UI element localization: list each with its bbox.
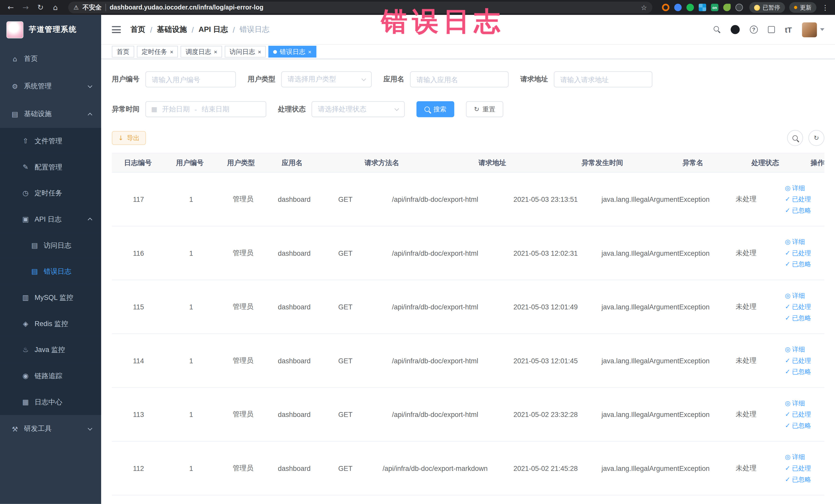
sidebar-item[interactable]: ▦ 日志中心: [0, 389, 101, 415]
processed-link-label: 已处理: [792, 248, 811, 258]
mark-processed-link[interactable]: ✓ 已处理: [785, 356, 811, 365]
date-range-picker[interactable]: ▦ 开始日期 - 结束日期: [145, 101, 266, 117]
close-icon[interactable]: ×: [214, 49, 217, 55]
update-label: 更新: [800, 3, 812, 11]
request-url-input[interactable]: [554, 72, 652, 87]
mark-processed-link[interactable]: ✓ 已处理: [785, 464, 811, 473]
mark-ignored-link[interactable]: ✓ 已忽略: [785, 314, 811, 322]
sidebar-item[interactable]: ▥ MySQL 监控: [0, 284, 101, 311]
extension-icon-dark[interactable]: [735, 4, 743, 11]
search-toggle-button[interactable]: [787, 130, 803, 146]
detail-link[interactable]: ◎ 详细: [785, 345, 805, 354]
sidebar-item[interactable]: ▤ 访问日志: [0, 233, 101, 259]
mark-ignored-link[interactable]: ✓ 已忽略: [785, 421, 811, 430]
app-name-input[interactable]: [410, 72, 509, 87]
close-icon[interactable]: ×: [308, 49, 311, 55]
close-icon[interactable]: ×: [258, 49, 261, 55]
mark-ignored-link[interactable]: ✓ 已忽略: [785, 475, 811, 484]
breadcrumb-item[interactable]: 首页: [130, 25, 145, 34]
search-icon: [792, 135, 798, 141]
mark-processed-link[interactable]: ✓ 已处理: [785, 248, 811, 258]
table-toolbar: ↓ 导出 ↻: [112, 130, 824, 146]
search-button[interactable]: 搜索: [416, 101, 454, 117]
extension-icon-blue[interactable]: [674, 4, 682, 11]
sidebar-item[interactable]: ✎ 配置管理: [0, 154, 101, 180]
user-type-select[interactable]: 请选择用户类型: [281, 72, 372, 87]
sidebar-item[interactable]: ⌂ 首页: [0, 45, 101, 73]
view-tab[interactable]: 调度日志 ×: [181, 46, 222, 58]
sidebar-item[interactable]: ◷ 定时任务: [0, 180, 101, 206]
sidebar-item[interactable]: ⚙ 系统管理: [0, 73, 101, 100]
close-icon[interactable]: ×: [170, 49, 173, 55]
cell-exception-time: 2021-05-03 23:13:51: [499, 173, 592, 226]
forward-button[interactable]: →: [20, 2, 31, 13]
detail-link[interactable]: ◎ 详细: [785, 184, 805, 193]
view-tab[interactable]: 定时任务 ×: [137, 46, 178, 58]
sidebar-item-label: API 日志: [35, 215, 62, 224]
tab-label: 错误日志: [280, 47, 305, 56]
extension-icon-green[interactable]: [686, 4, 694, 11]
sidebar-item[interactable]: ▤ 错误日志: [0, 258, 101, 284]
fullscreen-icon[interactable]: [768, 26, 775, 33]
sidebar-item[interactable]: ◈ Redis 监控: [0, 311, 101, 337]
emoji-icon: [754, 5, 760, 11]
bookmark-star-icon[interactable]: ☆: [641, 3, 647, 11]
status-select[interactable]: 请选择处理状态: [312, 101, 405, 117]
detail-link[interactable]: ◎ 详细: [785, 237, 805, 246]
home-button[interactable]: ⌂: [50, 2, 61, 13]
column-header: 异常发生时间: [539, 154, 666, 172]
mark-ignored-link[interactable]: ✓ 已忽略: [785, 260, 811, 268]
search-icon[interactable]: [714, 26, 720, 33]
detail-link[interactable]: ◎ 详细: [785, 291, 805, 300]
sidebar-item[interactable]: ♨ Java 监控: [0, 337, 101, 363]
url-text[interactable]: dashboard.yudao.iocoder.cn/infra/log/api…: [109, 4, 637, 11]
extension-icon-switch[interactable]: on: [711, 4, 718, 11]
detail-link[interactable]: ◎ 详细: [785, 399, 805, 408]
browser-menu-icon[interactable]: ⋮: [821, 3, 830, 11]
update-button[interactable]: 更新: [789, 2, 816, 13]
security-label[interactable]: 不安全: [82, 3, 102, 12]
mark-processed-link[interactable]: ✓ 已处理: [785, 302, 811, 311]
reload-button[interactable]: ↻: [35, 2, 46, 13]
detail-link-label: 详细: [792, 452, 805, 461]
mark-ignored-link[interactable]: ✓ 已忽略: [785, 206, 811, 215]
view-tab[interactable]: 访问日志 ×: [225, 46, 266, 58]
trace-icon: ◉: [21, 372, 30, 380]
view-tab[interactable]: 错误日志 ×: [268, 46, 316, 58]
paused-badge[interactable]: 已暂停: [749, 2, 785, 13]
sidebar-logo[interactable]: 芋道管理系统: [0, 15, 101, 45]
cell-user-id: 1: [165, 173, 217, 226]
back-button[interactable]: ←: [5, 2, 16, 13]
cell-request-method: GET: [320, 280, 371, 333]
sidebar-item[interactable]: ▤ 基础设施: [0, 100, 101, 128]
user-menu[interactable]: [802, 22, 824, 37]
mark-processed-link[interactable]: ✓ 已处理: [785, 195, 811, 204]
user-id-input[interactable]: [145, 72, 236, 87]
help-icon[interactable]: ?: [750, 26, 758, 34]
breadcrumb-item[interactable]: 基础设施: [157, 25, 187, 34]
refresh-button[interactable]: ↻: [808, 130, 824, 146]
github-icon[interactable]: [731, 25, 739, 34]
export-button[interactable]: ↓ 导出: [112, 131, 146, 145]
tab-label: 首页: [117, 47, 129, 56]
sidebar-item[interactable]: ▣ API 日志: [0, 206, 101, 233]
breadcrumb-item[interactable]: API 日志: [199, 25, 228, 34]
sidebar-item[interactable]: ⚒ 研发工具: [0, 415, 101, 443]
active-dot-icon: [273, 50, 277, 54]
breadcrumb-separator: /: [233, 25, 235, 34]
reset-button[interactable]: ↻ 重置: [466, 101, 503, 117]
view-tab[interactable]: 首页 ×: [112, 46, 134, 58]
sidebar-collapse-button[interactable]: [112, 26, 121, 33]
extension-icon-leaf[interactable]: [723, 4, 731, 11]
address-bar[interactable]: ⚠ 不安全 dashboard.yudao.iocoder.cn/infra/l…: [68, 2, 652, 13]
sidebar-item[interactable]: ⇧ 文件管理: [0, 128, 101, 154]
warning-icon: ⚠: [74, 4, 79, 11]
mark-processed-link[interactable]: ✓ 已处理: [785, 410, 811, 419]
detail-link[interactable]: ◎ 详细: [785, 452, 805, 461]
avatar[interactable]: [802, 22, 817, 37]
extension-icon-orange[interactable]: [662, 4, 669, 11]
font-size-icon[interactable]: tT: [785, 25, 792, 34]
mark-ignored-link[interactable]: ✓ 已忽略: [785, 367, 811, 377]
extension-icon-grid[interactable]: [699, 4, 706, 11]
sidebar-item[interactable]: ◉ 链路追踪: [0, 363, 101, 389]
